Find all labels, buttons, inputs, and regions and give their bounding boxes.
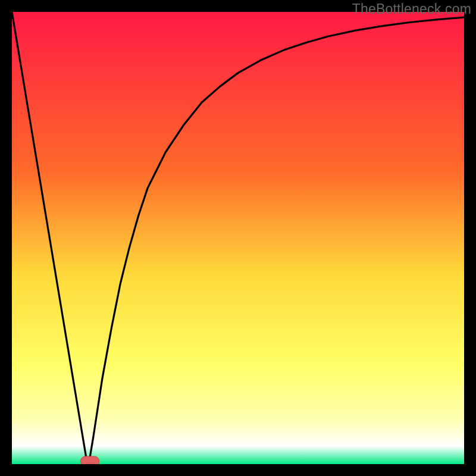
bottleneck-chart: [12, 12, 464, 464]
chart-frame: TheBottleneck.com: [0, 0, 476, 476]
plot-area: [12, 12, 464, 464]
optimum-marker: [81, 456, 99, 464]
gradient-background: [12, 12, 464, 464]
watermark-text: TheBottleneck.com: [352, 1, 471, 17]
